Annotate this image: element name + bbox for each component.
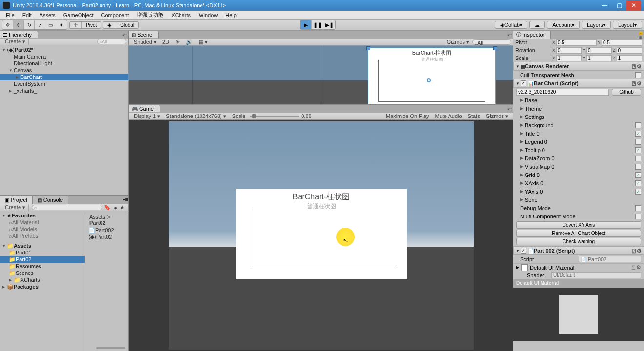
part002-header[interactable]: ▼✓📄 Part 002 (Script) ⍰⚙ bbox=[513, 246, 644, 255]
layers-button[interactable]: Layers ▾ bbox=[582, 21, 611, 29]
project-popout[interactable]: ▪≡ bbox=[123, 196, 128, 204]
covert-button[interactable]: Covert XY Axis bbox=[516, 221, 641, 229]
prop-background[interactable]: ▶Background bbox=[513, 121, 644, 129]
prop-datazoom-0[interactable]: ▶DataZoom 0 bbox=[513, 154, 644, 162]
scene-fx-icon[interactable]: ▦ ▾ bbox=[196, 39, 211, 45]
gear-icon[interactable]: ⚙ bbox=[637, 80, 642, 87]
prop-yaxis-0[interactable]: ▶YAxis 0✓ bbox=[513, 187, 644, 195]
pivot-toggle[interactable]: ✛Pivot bbox=[69, 21, 101, 29]
scene-search[interactable]: ⌕All bbox=[472, 39, 511, 45]
prop-check[interactable]: ✓ bbox=[635, 147, 641, 153]
scale-x[interactable] bbox=[556, 55, 582, 61]
scale-z[interactable] bbox=[617, 55, 643, 61]
transform-tool[interactable]: ✦ bbox=[56, 20, 67, 29]
cull-check[interactable] bbox=[635, 72, 641, 78]
scene-2d[interactable]: 2D bbox=[160, 39, 172, 45]
tree-eventsystem[interactable]: EventSystem bbox=[0, 80, 128, 87]
prop-check[interactable] bbox=[635, 139, 641, 145]
prop-tooltip-0[interactable]: ▶Tooltip 0✓ bbox=[513, 146, 644, 154]
canvas-renderer-header[interactable]: ▼▦ Canvas Renderer ⍰⚙ bbox=[513, 62, 644, 71]
rect-tool[interactable]: ▭ bbox=[45, 20, 56, 29]
scene-light-icon[interactable]: ☀ bbox=[172, 39, 183, 45]
hierarchy-popout[interactable]: ▪≡ bbox=[121, 32, 128, 38]
prop-settings[interactable]: ▶Settings bbox=[513, 113, 644, 121]
prop-grid-0[interactable]: ▶Grid 0✓ bbox=[513, 171, 644, 179]
tree-canvas[interactable]: ▼Canvas bbox=[0, 67, 128, 74]
asset-part002[interactable]: 📄 Part002 bbox=[87, 227, 126, 234]
folder-xcharts[interactable]: ▶📁 XCharts bbox=[0, 276, 85, 283]
scale-tool[interactable]: ⤢ bbox=[35, 20, 45, 29]
tree-camera[interactable]: Main Camera bbox=[0, 53, 128, 60]
prop-base[interactable]: ▶Base bbox=[513, 96, 644, 104]
collab-button[interactable]: ◉ Collab ▾ bbox=[495, 21, 527, 29]
cloud-button[interactable]: ☁ bbox=[529, 21, 545, 29]
layout-button[interactable]: Layout ▾ bbox=[613, 21, 642, 29]
scene-tab[interactable]: ⊞ Scene bbox=[129, 31, 159, 38]
prop-serie[interactable]: ▶Serie bbox=[513, 195, 644, 204]
pivot-x[interactable] bbox=[556, 39, 597, 46]
help-icon[interactable]: ⍰ bbox=[632, 63, 636, 70]
folder-resources[interactable]: 📁 Resources bbox=[0, 263, 85, 270]
project-create[interactable]: Create ▾ bbox=[2, 204, 29, 211]
scene-view[interactable]: BarChart-柱状图 普通柱状图 bbox=[129, 46, 513, 104]
menu-xcharts[interactable]: XCharts bbox=[167, 12, 195, 18]
prop-legend-0[interactable]: ▶Legend 0 bbox=[513, 137, 644, 146]
prop-theme[interactable]: ▶Theme bbox=[513, 104, 644, 113]
prop-check[interactable]: ✓ bbox=[635, 172, 641, 178]
global-toggle[interactable]: ◉Global bbox=[103, 21, 139, 29]
scene-audio-icon[interactable]: 🔊 bbox=[183, 39, 196, 45]
prop-visualmap-0[interactable]: ▶VisualMap 0 bbox=[513, 162, 644, 171]
game-mute[interactable]: Mute Audio bbox=[432, 113, 465, 119]
scene-shaded[interactable]: Shaded ▾ bbox=[131, 39, 160, 45]
rot-x[interactable] bbox=[556, 47, 582, 54]
prop-xaxis-0[interactable]: ▶XAxis 0✓ bbox=[513, 179, 644, 187]
menu-window[interactable]: Window bbox=[195, 12, 221, 18]
folder-part01[interactable]: 📁 Part01 bbox=[0, 249, 85, 256]
help-icon[interactable]: ⍰ bbox=[632, 264, 635, 271]
help-icon[interactable]: ⍰ bbox=[632, 248, 636, 254]
menu-assets[interactable]: Assets bbox=[36, 12, 60, 18]
barchart-enable[interactable]: ✓ bbox=[521, 80, 526, 86]
menu-enhanced[interactable]: 增强版功能 bbox=[133, 11, 167, 19]
script-field[interactable]: 📄 Part002 bbox=[579, 256, 641, 262]
step-button[interactable]: ▶❚ bbox=[323, 20, 335, 29]
minimize-button[interactable]: — bbox=[597, 0, 612, 10]
hierarchy-tab[interactable]: ☰ Hierarchy bbox=[0, 31, 38, 38]
menu-help[interactable]: Help bbox=[221, 12, 241, 18]
tree-xcharts[interactable]: ▶_xcharts_ bbox=[0, 87, 128, 94]
close-button[interactable]: ✕ bbox=[626, 0, 641, 10]
fav-mat[interactable]: ⌕ All Material bbox=[0, 219, 85, 226]
prop-check[interactable]: ✓ bbox=[635, 189, 641, 195]
scene-chart-object[interactable]: BarChart-柱状图 普通柱状图 bbox=[368, 48, 496, 104]
game-stats[interactable]: Stats bbox=[465, 113, 483, 119]
inspector-tab[interactable]: ⓘ Inspector bbox=[513, 31, 551, 39]
barchart-header[interactable]: ▼✓📊 Bar Chart (Script) ⍰⚙ bbox=[513, 79, 644, 88]
game-popout[interactable]: ▪≡ bbox=[506, 106, 513, 112]
menu-component[interactable]: Component bbox=[97, 12, 133, 18]
shader-field[interactable]: UI/Default bbox=[551, 272, 641, 278]
console-tab[interactable]: ▤ Console bbox=[33, 196, 68, 204]
project-tab[interactable]: ▣ Project bbox=[0, 196, 33, 204]
prop-check[interactable] bbox=[635, 122, 641, 128]
account-button[interactable]: Account ▾ bbox=[547, 21, 580, 29]
prop-check[interactable]: ✓ bbox=[635, 180, 641, 186]
move-tool[interactable]: ✢ bbox=[13, 20, 24, 29]
fav-models[interactable]: ⌕ All Models bbox=[0, 226, 85, 233]
game-gizmos[interactable]: Gizmos ▾ bbox=[483, 113, 511, 119]
github-button[interactable]: Github bbox=[612, 89, 641, 96]
menu-edit[interactable]: Edit bbox=[19, 12, 36, 18]
gear-icon[interactable]: ⚙ bbox=[636, 264, 641, 271]
project-zoom-slider[interactable] bbox=[96, 347, 125, 349]
prop-check[interactable]: ✓ bbox=[635, 131, 641, 136]
packages-root[interactable]: ▶📦 Packages bbox=[0, 283, 85, 290]
game-scale-slider[interactable] bbox=[250, 116, 299, 117]
check-button[interactable]: Check warning bbox=[516, 238, 641, 245]
prop-title-0[interactable]: ▶Title 0✓ bbox=[513, 129, 644, 137]
remove-button[interactable]: Remove All Chart Object bbox=[516, 230, 641, 237]
project-search[interactable]: ⌕ bbox=[32, 205, 102, 210]
game-resolution[interactable]: Standalone (1024x768) ▾ bbox=[163, 113, 229, 119]
pause-button[interactable]: ❚❚ bbox=[312, 20, 323, 29]
breadcrumb[interactable]: Assets ᐳ Part02 bbox=[87, 213, 126, 227]
scene-root[interactable]: ▼⟨◆⟩ Part02* bbox=[0, 46, 128, 53]
hand-tool[interactable]: ✥ bbox=[2, 20, 13, 29]
